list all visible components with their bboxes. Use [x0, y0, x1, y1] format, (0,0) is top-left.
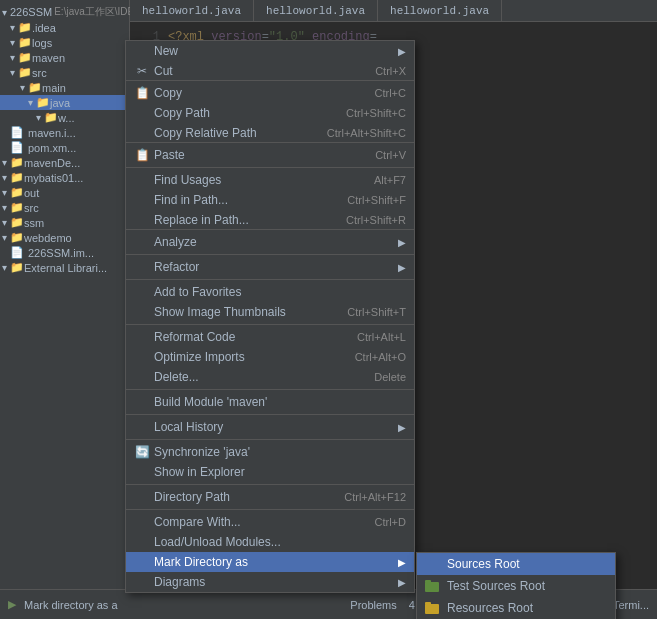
arrow-icon-local-history: ▶ [398, 422, 406, 433]
tree-item-w[interactable]: ▾ 📁 w... [0, 110, 129, 125]
menu-item-show-thumbnails[interactable]: Show Image Thumbnails Ctrl+Shift+T [126, 302, 414, 322]
menu-item-local-history[interactable]: Local History ▶ [126, 417, 414, 437]
menu-item-copy[interactable]: 📋 Copy Ctrl+C [126, 83, 414, 103]
tree-item-out[interactable]: ▾ 📁 out [0, 185, 129, 200]
folder-icon7: 📁 [44, 111, 58, 124]
svg-rect-0 [425, 560, 439, 570]
tree-item-maven[interactable]: ▾ 📁 maven [0, 50, 129, 65]
tree-item-pom[interactable]: 📄 pom.xm... [0, 140, 129, 155]
tab-1[interactable]: helloworld.java [130, 0, 254, 21]
thumbnails-shortcut: Ctrl+Shift+T [347, 306, 406, 318]
tab-label-terminal[interactable]: Termi... [613, 599, 649, 611]
menu-item-show-explorer[interactable]: Show in Explorer [126, 462, 414, 482]
compare-with-shortcut: Ctrl+D [375, 516, 406, 528]
svg-rect-2 [425, 582, 439, 592]
menu-label-find-in-path: Find in Path... [154, 193, 339, 207]
menu-label-add-favorites: Add to Favorites [154, 285, 406, 299]
tree-label16: 226SSM.im... [28, 247, 94, 259]
sources-root-folder-icon [425, 557, 441, 571]
separator-4 [126, 324, 414, 325]
menu-label-analyze: Analyze [154, 235, 394, 249]
tree-item-mybatis[interactable]: ▾ 📁 mybatis01... [0, 170, 129, 185]
menu-item-cut[interactable]: ✂ Cut Ctrl+X [126, 61, 414, 81]
context-menu: New ▶ ✂ Cut Ctrl+X 📋 Copy Ctrl+C Copy Pa… [125, 40, 415, 593]
menu-item-refactor[interactable]: Refactor ▶ [126, 257, 414, 277]
menu-item-load-unload[interactable]: Load/Unload Modules... [126, 532, 414, 552]
submenu-item-test-sources-root[interactable]: Test Sources Root [417, 575, 615, 597]
tree-item-external-libs[interactable]: ▾ 📁 External Librari... [0, 260, 129, 275]
menu-item-paste[interactable]: 📋 Paste Ctrl+V [126, 145, 414, 165]
folder-icon10: 📁 [10, 186, 24, 199]
paste-shortcut: Ctrl+V [375, 149, 406, 161]
separator-5 [126, 389, 414, 390]
synchronize-icon: 🔄 [134, 445, 150, 459]
menu-item-replace-in-path[interactable]: Replace in Path... Ctrl+Shift+R [126, 210, 414, 230]
menu-item-find-in-path[interactable]: Find in Path... Ctrl+Shift+F [126, 190, 414, 210]
folder-icon5: 📁 [28, 81, 42, 94]
menu-label-new: New [154, 44, 394, 58]
tree-item-logs[interactable]: ▾ 📁 logs [0, 35, 129, 50]
tree-item-src[interactable]: ▾ 📁 src [0, 65, 129, 80]
tab-2[interactable]: helloworld.java [254, 0, 378, 21]
menu-item-directory-path[interactable]: Directory Path Ctrl+Alt+F12 [126, 487, 414, 507]
menu-item-find-usages[interactable]: Find Usages Alt+F7 [126, 170, 414, 190]
submenu-item-sources-root[interactable]: Sources Root [417, 553, 615, 575]
folder-icon: 📁 [18, 21, 32, 34]
delete-shortcut: Delete [374, 371, 406, 383]
menu-item-analyze[interactable]: Analyze ▶ [126, 232, 414, 252]
tree-item-src2[interactable]: ▾ 📁 src [0, 200, 129, 215]
tab-3[interactable]: helloworld.java [378, 0, 502, 21]
menu-label-compare-with: Compare With... [154, 515, 367, 529]
copy-icon: 📋 [134, 86, 150, 100]
folder-expand-icon: ▾ [10, 22, 15, 33]
folder-expand-icon4: ▾ [10, 67, 15, 78]
tree-item-main[interactable]: ▾ 📁 main [0, 80, 129, 95]
menu-item-new[interactable]: New ▶ [126, 41, 414, 61]
tree-label: .idea [32, 22, 56, 34]
menu-label-delete: Delete... [154, 370, 366, 384]
menu-label-copy-relative-path: Copy Relative Path [154, 126, 319, 140]
menu-item-optimize-imports[interactable]: Optimize Imports Ctrl+Alt+O [126, 347, 414, 367]
tree-label8: maven.i... [28, 127, 76, 139]
tree-item-webdemo[interactable]: ▾ 📁 webdemo [0, 230, 129, 245]
tab-label-problems[interactable]: Problems [350, 599, 396, 611]
test-sources-folder-icon [425, 579, 441, 593]
menu-item-add-favorites[interactable]: Add to Favorites [126, 282, 414, 302]
menu-item-compare-with[interactable]: Compare With... Ctrl+D [126, 512, 414, 532]
menu-item-copy-path[interactable]: Copy Path Ctrl+Shift+C [126, 103, 414, 123]
arrow-icon-refactor: ▶ [398, 262, 406, 273]
reformat-shortcut: Ctrl+Alt+L [357, 331, 406, 343]
tree-item-226ssm-iml[interactable]: 📄 226SSM.im... [0, 245, 129, 260]
menu-item-synchronize[interactable]: 🔄 Synchronize 'java' [126, 442, 414, 462]
menu-item-reformat[interactable]: Reformat Code Ctrl+Alt+L [126, 327, 414, 347]
folder-icon12: 📁 [10, 216, 24, 229]
arrow-icon-mark-directory: ▶ [398, 557, 406, 568]
menu-item-diagrams[interactable]: Diagrams ▶ [126, 572, 414, 592]
menu-item-copy-relative-path[interactable]: Copy Relative Path Ctrl+Alt+Shift+C [126, 123, 414, 143]
tree-item-idea[interactable]: ▾ 📁 .idea [0, 20, 129, 35]
tree-item-project[interactable]: ▾ 226SSM E:\java工作区\IDEAt226\226SSM [0, 4, 129, 20]
menu-label-copy: Copy [154, 86, 367, 100]
tree-item-mavendemo[interactable]: ▾ 📁 mavenDe... [0, 155, 129, 170]
tree-label4: src [32, 67, 47, 79]
tab-label-2: helloworld.java [266, 5, 365, 17]
tree-item-ssm[interactable]: ▾ 📁 ssm [0, 215, 129, 230]
arrow-icon-new: ▶ [398, 46, 406, 57]
menu-item-delete[interactable]: Delete... Delete [126, 367, 414, 387]
tab-label-1: helloworld.java [142, 5, 241, 17]
menu-label-mark-directory: Mark Directory as [154, 555, 394, 569]
menu-item-mark-directory[interactable]: Mark Directory as ▶ Sources Root [126, 552, 414, 572]
copy-shortcut: Ctrl+C [375, 87, 406, 99]
separator-3 [126, 279, 414, 280]
directory-path-shortcut: Ctrl+Alt+F12 [344, 491, 406, 503]
submenu-item-resources-root[interactable]: Resources Root [417, 597, 615, 619]
submenu-label-sources-root: Sources Root [447, 557, 520, 571]
tree-label6: java [50, 97, 70, 109]
menu-label-optimize-imports: Optimize Imports [154, 350, 347, 364]
menu-label-paste: Paste [154, 148, 367, 162]
tree-item-java[interactable]: ▾ 📁 java [0, 95, 129, 110]
tree-item-maven-iml[interactable]: 📄 maven.i... [0, 125, 129, 140]
menu-item-build-module[interactable]: Build Module 'maven' [126, 392, 414, 412]
tree-label12: out [24, 187, 39, 199]
menu-label-find-usages: Find Usages [154, 173, 366, 187]
